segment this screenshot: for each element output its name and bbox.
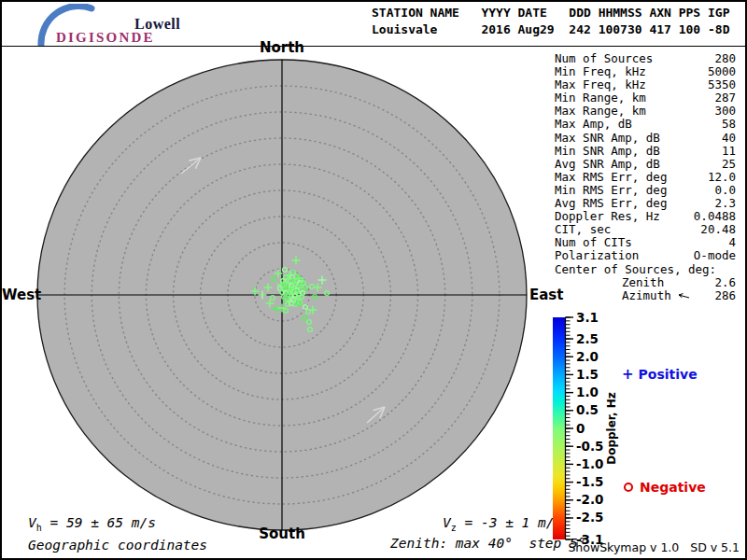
colorbar-tick-label: -0.5 bbox=[576, 439, 604, 454]
doppler-colorbar: 3.12.52.01.51.00.50-0.5-1.0-1.5-2.0-2.5-… bbox=[546, 310, 747, 553]
colorbar-tick-label: -2.0 bbox=[576, 492, 604, 507]
compass-label-west: West bbox=[2, 287, 36, 303]
plus-icon: + bbox=[622, 366, 634, 383]
colorbar-tick-label: 3.1 bbox=[576, 310, 599, 325]
colorbar-tick-label: 1.0 bbox=[576, 385, 599, 399]
compass-label-east: East bbox=[529, 287, 576, 303]
colorbar-tick-label: 2.5 bbox=[576, 331, 599, 346]
colorbar-tick-label: 1.5 bbox=[576, 367, 599, 382]
colorbar-tick-label: 0 bbox=[576, 421, 585, 436]
colorbar-gradient bbox=[553, 317, 565, 539]
colorbar-tick-label: -1.5 bbox=[576, 474, 604, 489]
colorbar-tick-label: -2.5 bbox=[576, 510, 604, 525]
positive-legend-label: Positive bbox=[639, 367, 698, 382]
colorbar-tick-label: 2.0 bbox=[576, 349, 599, 364]
colorbar-tick-label: 0.5 bbox=[576, 402, 599, 417]
colorbar-tick-label: -1.0 bbox=[576, 456, 604, 471]
negative-ring-icon bbox=[624, 483, 633, 492]
colorbar-tick-label: -3.1 bbox=[576, 532, 604, 547]
header-divider bbox=[0, 46, 747, 47]
positive-doppler-legend: +Positive bbox=[622, 366, 698, 383]
compass-label-north: North bbox=[254, 39, 310, 56]
colorbar-title: Doppler, Hz bbox=[605, 392, 618, 465]
compass-label-south: South bbox=[254, 525, 310, 542]
negative-legend-label: Negative bbox=[640, 480, 706, 495]
negative-doppler-legend: Negative bbox=[624, 480, 706, 495]
